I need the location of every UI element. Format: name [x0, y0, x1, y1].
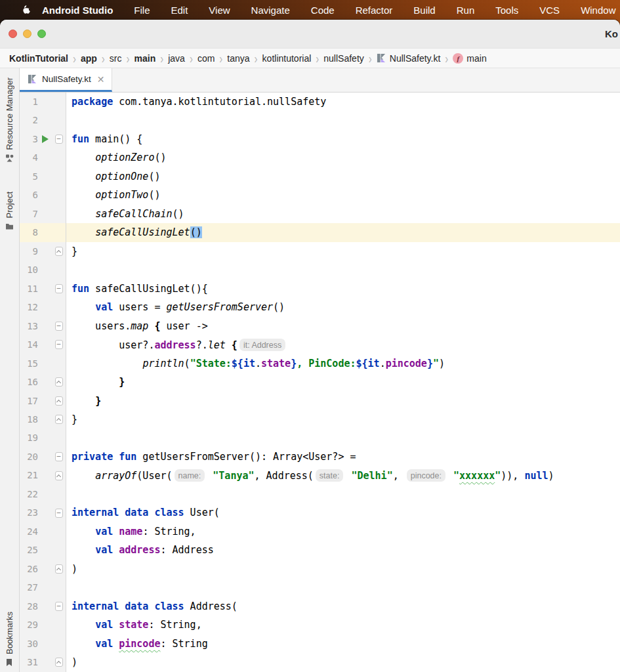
- gutter: 28−: [20, 597, 66, 616]
- breadcrumb-separator: ›: [316, 51, 319, 66]
- code-line[interactable]: [66, 111, 620, 129]
- breadcrumb-item-kotlintutorial[interactable]: KotlinTutorial: [9, 53, 68, 64]
- breadcrumb-item-main[interactable]: fmain: [453, 53, 486, 64]
- code-line[interactable]: package com.tanya.kotlintutorial.nullSaf…: [66, 93, 620, 111]
- apple-icon[interactable]: [20, 5, 30, 15]
- sidebar-item-project[interactable]: Project: [5, 192, 14, 230]
- fold-gutter: −: [52, 280, 66, 298]
- menu-item-vcs[interactable]: VCS: [539, 5, 560, 16]
- fold-collapse-icon[interactable]: −: [55, 340, 63, 349]
- fold-end-icon[interactable]: [55, 658, 63, 667]
- code-line[interactable]: val name: String,: [66, 522, 620, 541]
- code-line[interactable]: optionTwo(): [66, 186, 620, 204]
- menu-item-navigate[interactable]: Navigate: [251, 5, 290, 16]
- breadcrumb-item-nullsafety[interactable]: nullSafety: [323, 53, 363, 64]
- fold-end-icon[interactable]: [55, 377, 63, 387]
- breadcrumb-item-kotlintutorial[interactable]: kotlintutorial: [262, 53, 312, 64]
- code-token: name: [119, 526, 142, 537]
- code-line[interactable]: internal data class User(: [66, 503, 620, 522]
- fold-collapse-icon[interactable]: −: [55, 322, 63, 331]
- code-line[interactable]: }: [66, 392, 620, 410]
- menu-item-file[interactable]: File: [134, 5, 150, 16]
- fold-collapse-icon[interactable]: −: [55, 135, 63, 144]
- fold-end-icon[interactable]: [55, 415, 63, 424]
- breadcrumb-item-main[interactable]: main: [134, 53, 156, 64]
- code-line[interactable]: safeCallChain(): [66, 205, 620, 223]
- code-line[interactable]: users.map { user ->: [66, 317, 620, 335]
- fold-collapse-icon[interactable]: −: [55, 284, 63, 293]
- editor-line: 12 val users = getUsersFromServer(): [20, 298, 620, 316]
- run-icon[interactable]: [42, 135, 49, 143]
- sidebar-item-bookmarks[interactable]: Bookmarks: [5, 612, 14, 667]
- code-line[interactable]: private fun getUsersFromServer(): Array<…: [66, 448, 620, 466]
- code-line[interactable]: optionZero(): [66, 148, 620, 167]
- fold-gutter: [52, 111, 66, 129]
- code-line[interactable]: ): [66, 560, 620, 578]
- menu-item-view[interactable]: View: [209, 5, 230, 16]
- code-line[interactable]: [66, 578, 620, 597]
- fold-end-icon[interactable]: [55, 471, 63, 480]
- code-line[interactable]: }: [66, 373, 620, 391]
- code-line[interactable]: val pincode: String: [66, 635, 620, 653]
- sidebar-item-resource-manager[interactable]: Resource Manager: [5, 77, 14, 163]
- fold-gutter: [52, 93, 66, 111]
- editor-line: 13− users.map { user ->: [20, 317, 620, 335]
- breadcrumb-item-nullsafety-kt[interactable]: NullSafety.kt: [377, 53, 441, 64]
- breadcrumb-item-app[interactable]: app: [81, 53, 97, 64]
- breadcrumb-item-src[interactable]: src: [110, 53, 122, 64]
- menu-item-android-studio[interactable]: Android Studio: [42, 5, 113, 16]
- code-line[interactable]: internal data class Address(: [66, 597, 620, 616]
- code-line[interactable]: [66, 261, 620, 279]
- fold-collapse-icon[interactable]: −: [55, 509, 63, 518]
- code-editor[interactable]: 1package com.tanya.kotlintutorial.nullSa…: [20, 93, 620, 672]
- gutter: 25: [20, 541, 66, 559]
- editor-line: 26): [20, 560, 620, 578]
- breadcrumb-item-tanya[interactable]: tanya: [227, 53, 249, 64]
- code-line[interactable]: fun safeCallUsingLet(){: [66, 280, 620, 298]
- breadcrumb-item-java[interactable]: java: [168, 53, 185, 64]
- minimize-window-button[interactable]: [23, 30, 31, 38]
- line-number: 27: [20, 578, 38, 597]
- code-token: : String: [160, 638, 207, 650]
- code-line[interactable]: fun main() {: [66, 130, 620, 148]
- code-line[interactable]: safeCallUsingLet(): [66, 223, 620, 242]
- editor-line: 8 safeCallUsingLet(): [20, 223, 620, 242]
- code-line[interactable]: arrayOf(User(name: "Tanya", Address(stat…: [66, 466, 620, 484]
- fold-end-icon[interactable]: [55, 396, 63, 406]
- code-token: .: [255, 358, 261, 369]
- code-line[interactable]: val state: String,: [66, 616, 620, 634]
- menu-item-build[interactable]: Build: [413, 5, 435, 16]
- traffic-lights: [9, 30, 46, 38]
- gutter: 7: [20, 205, 66, 223]
- code-line[interactable]: optionOne(): [66, 167, 620, 186]
- fold-gutter: [52, 466, 66, 484]
- tab-close-icon[interactable]: ✕: [97, 74, 105, 85]
- code-line[interactable]: }: [66, 410, 620, 429]
- breadcrumb-label: java: [168, 53, 185, 64]
- code-line[interactable]: println("State:${it.state}, PinCode:${it…: [66, 354, 620, 373]
- menu-item-run[interactable]: Run: [457, 5, 475, 16]
- sidebar-item-label: Resource Manager: [5, 77, 14, 150]
- menu-item-code[interactable]: Code: [311, 5, 335, 16]
- close-window-button[interactable]: [9, 30, 17, 38]
- fold-end-icon[interactable]: [55, 247, 63, 256]
- code-token: optionTwo: [95, 189, 148, 201]
- fold-end-icon[interactable]: [55, 564, 63, 574]
- menu-item-refactor[interactable]: Refactor: [356, 5, 393, 16]
- code-line[interactable]: val users = getUsersFromServer(): [66, 298, 620, 316]
- code-line[interactable]: [66, 485, 620, 503]
- code-line[interactable]: ): [66, 653, 620, 671]
- maximize-window-button[interactable]: [37, 30, 46, 38]
- menu-item-window[interactable]: Window: [581, 5, 615, 16]
- tab-nullsafety-kt[interactable]: NullSafety.kt✕: [20, 68, 112, 92]
- menu-item-tools[interactable]: Tools: [495, 5, 518, 16]
- code-line[interactable]: [66, 429, 620, 447]
- code-line[interactable]: user?.address?.let {it: Address: [66, 335, 620, 354]
- code-line[interactable]: val address: Address: [66, 541, 620, 559]
- fold-collapse-icon[interactable]: −: [55, 452, 63, 461]
- code-line[interactable]: }: [66, 242, 620, 261]
- menu-item-edit[interactable]: Edit: [171, 5, 188, 16]
- breadcrumb-item-com[interactable]: com: [197, 53, 215, 64]
- fold-collapse-icon[interactable]: −: [55, 602, 63, 611]
- editor-line: 22: [20, 485, 620, 503]
